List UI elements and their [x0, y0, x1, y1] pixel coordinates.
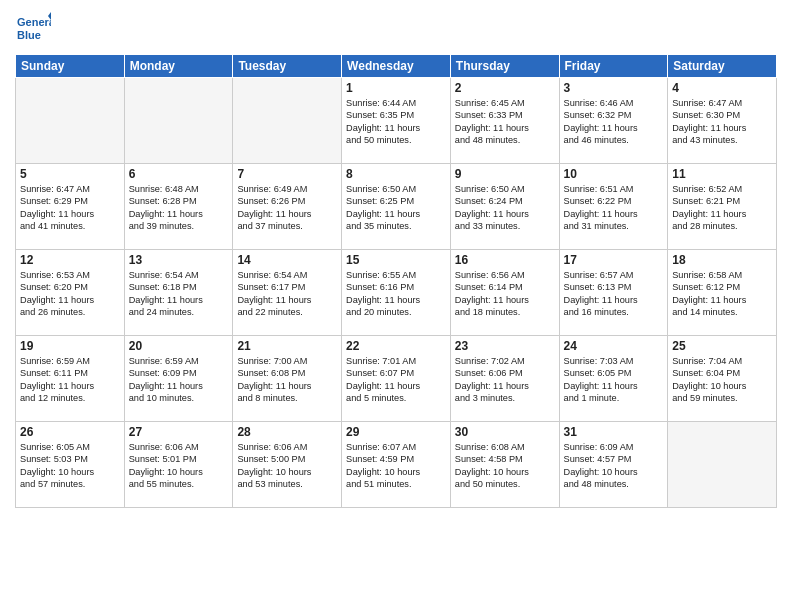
calendar-cell: 24Sunrise: 7:03 AM Sunset: 6:05 PM Dayli… — [559, 336, 668, 422]
logo: General Blue — [15, 10, 55, 46]
day-number: 18 — [672, 253, 772, 267]
calendar-cell: 1Sunrise: 6:44 AM Sunset: 6:35 PM Daylig… — [342, 78, 451, 164]
day-number: 26 — [20, 425, 120, 439]
day-number: 10 — [564, 167, 664, 181]
calendar-cell: 14Sunrise: 6:54 AM Sunset: 6:17 PM Dayli… — [233, 250, 342, 336]
day-info: Sunrise: 6:50 AM Sunset: 6:24 PM Dayligh… — [455, 183, 555, 233]
day-info: Sunrise: 6:05 AM Sunset: 5:03 PM Dayligh… — [20, 441, 120, 491]
calendar-cell: 31Sunrise: 6:09 AM Sunset: 4:57 PM Dayli… — [559, 422, 668, 508]
calendar-cell: 18Sunrise: 6:58 AM Sunset: 6:12 PM Dayli… — [668, 250, 777, 336]
day-info: Sunrise: 6:45 AM Sunset: 6:33 PM Dayligh… — [455, 97, 555, 147]
calendar-cell: 21Sunrise: 7:00 AM Sunset: 6:08 PM Dayli… — [233, 336, 342, 422]
calendar-cell: 12Sunrise: 6:53 AM Sunset: 6:20 PM Dayli… — [16, 250, 125, 336]
day-info: Sunrise: 6:44 AM Sunset: 6:35 PM Dayligh… — [346, 97, 446, 147]
day-info: Sunrise: 6:54 AM Sunset: 6:18 PM Dayligh… — [129, 269, 229, 319]
calendar-cell — [233, 78, 342, 164]
day-info: Sunrise: 6:46 AM Sunset: 6:32 PM Dayligh… — [564, 97, 664, 147]
day-number: 11 — [672, 167, 772, 181]
week-row-4: 26Sunrise: 6:05 AM Sunset: 5:03 PM Dayli… — [16, 422, 777, 508]
day-number: 23 — [455, 339, 555, 353]
calendar-cell: 30Sunrise: 6:08 AM Sunset: 4:58 PM Dayli… — [450, 422, 559, 508]
weekday-header-wednesday: Wednesday — [342, 55, 451, 78]
day-info: Sunrise: 6:06 AM Sunset: 5:00 PM Dayligh… — [237, 441, 337, 491]
calendar-cell: 8Sunrise: 6:50 AM Sunset: 6:25 PM Daylig… — [342, 164, 451, 250]
weekday-header-saturday: Saturday — [668, 55, 777, 78]
calendar-cell: 16Sunrise: 6:56 AM Sunset: 6:14 PM Dayli… — [450, 250, 559, 336]
day-info: Sunrise: 6:53 AM Sunset: 6:20 PM Dayligh… — [20, 269, 120, 319]
day-info: Sunrise: 7:01 AM Sunset: 6:07 PM Dayligh… — [346, 355, 446, 405]
day-number: 12 — [20, 253, 120, 267]
day-number: 19 — [20, 339, 120, 353]
day-number: 3 — [564, 81, 664, 95]
weekday-header-row: SundayMondayTuesdayWednesdayThursdayFrid… — [16, 55, 777, 78]
day-info: Sunrise: 7:04 AM Sunset: 6:04 PM Dayligh… — [672, 355, 772, 405]
calendar-cell: 28Sunrise: 6:06 AM Sunset: 5:00 PM Dayli… — [233, 422, 342, 508]
day-number: 14 — [237, 253, 337, 267]
calendar-cell: 25Sunrise: 7:04 AM Sunset: 6:04 PM Dayli… — [668, 336, 777, 422]
day-info: Sunrise: 6:49 AM Sunset: 6:26 PM Dayligh… — [237, 183, 337, 233]
week-row-1: 5Sunrise: 6:47 AM Sunset: 6:29 PM Daylig… — [16, 164, 777, 250]
calendar-cell: 26Sunrise: 6:05 AM Sunset: 5:03 PM Dayli… — [16, 422, 125, 508]
day-info: Sunrise: 6:08 AM Sunset: 4:58 PM Dayligh… — [455, 441, 555, 491]
calendar-cell: 23Sunrise: 7:02 AM Sunset: 6:06 PM Dayli… — [450, 336, 559, 422]
day-info: Sunrise: 6:48 AM Sunset: 6:28 PM Dayligh… — [129, 183, 229, 233]
day-info: Sunrise: 6:51 AM Sunset: 6:22 PM Dayligh… — [564, 183, 664, 233]
day-number: 17 — [564, 253, 664, 267]
calendar-cell: 5Sunrise: 6:47 AM Sunset: 6:29 PM Daylig… — [16, 164, 125, 250]
calendar-cell: 22Sunrise: 7:01 AM Sunset: 6:07 PM Dayli… — [342, 336, 451, 422]
calendar-cell: 6Sunrise: 6:48 AM Sunset: 6:28 PM Daylig… — [124, 164, 233, 250]
calendar-cell: 2Sunrise: 6:45 AM Sunset: 6:33 PM Daylig… — [450, 78, 559, 164]
day-info: Sunrise: 6:57 AM Sunset: 6:13 PM Dayligh… — [564, 269, 664, 319]
day-number: 2 — [455, 81, 555, 95]
calendar-cell — [124, 78, 233, 164]
weekday-header-tuesday: Tuesday — [233, 55, 342, 78]
day-number: 24 — [564, 339, 664, 353]
day-number: 5 — [20, 167, 120, 181]
logo-svg: General Blue — [15, 10, 51, 46]
calendar-cell: 10Sunrise: 6:51 AM Sunset: 6:22 PM Dayli… — [559, 164, 668, 250]
day-number: 15 — [346, 253, 446, 267]
calendar-cell: 4Sunrise: 6:47 AM Sunset: 6:30 PM Daylig… — [668, 78, 777, 164]
day-number: 21 — [237, 339, 337, 353]
day-number: 4 — [672, 81, 772, 95]
day-number: 7 — [237, 167, 337, 181]
calendar-cell: 7Sunrise: 6:49 AM Sunset: 6:26 PM Daylig… — [233, 164, 342, 250]
day-number: 8 — [346, 167, 446, 181]
calendar-cell: 17Sunrise: 6:57 AM Sunset: 6:13 PM Dayli… — [559, 250, 668, 336]
day-info: Sunrise: 6:47 AM Sunset: 6:29 PM Dayligh… — [20, 183, 120, 233]
day-number: 29 — [346, 425, 446, 439]
day-number: 22 — [346, 339, 446, 353]
day-info: Sunrise: 6:47 AM Sunset: 6:30 PM Dayligh… — [672, 97, 772, 147]
day-info: Sunrise: 6:59 AM Sunset: 6:09 PM Dayligh… — [129, 355, 229, 405]
day-number: 31 — [564, 425, 664, 439]
day-info: Sunrise: 7:00 AM Sunset: 6:08 PM Dayligh… — [237, 355, 337, 405]
weekday-header-monday: Monday — [124, 55, 233, 78]
calendar-cell: 20Sunrise: 6:59 AM Sunset: 6:09 PM Dayli… — [124, 336, 233, 422]
calendar-cell: 11Sunrise: 6:52 AM Sunset: 6:21 PM Dayli… — [668, 164, 777, 250]
calendar-cell: 13Sunrise: 6:54 AM Sunset: 6:18 PM Dayli… — [124, 250, 233, 336]
day-info: Sunrise: 6:06 AM Sunset: 5:01 PM Dayligh… — [129, 441, 229, 491]
day-info: Sunrise: 6:50 AM Sunset: 6:25 PM Dayligh… — [346, 183, 446, 233]
day-info: Sunrise: 6:56 AM Sunset: 6:14 PM Dayligh… — [455, 269, 555, 319]
day-info: Sunrise: 7:02 AM Sunset: 6:06 PM Dayligh… — [455, 355, 555, 405]
svg-text:General: General — [17, 16, 51, 28]
day-number: 13 — [129, 253, 229, 267]
week-row-3: 19Sunrise: 6:59 AM Sunset: 6:11 PM Dayli… — [16, 336, 777, 422]
day-number: 30 — [455, 425, 555, 439]
calendar-cell: 19Sunrise: 6:59 AM Sunset: 6:11 PM Dayli… — [16, 336, 125, 422]
calendar-cell: 9Sunrise: 6:50 AM Sunset: 6:24 PM Daylig… — [450, 164, 559, 250]
calendar-cell — [668, 422, 777, 508]
day-number: 25 — [672, 339, 772, 353]
day-info: Sunrise: 6:59 AM Sunset: 6:11 PM Dayligh… — [20, 355, 120, 405]
svg-text:Blue: Blue — [17, 29, 41, 41]
weekday-header-friday: Friday — [559, 55, 668, 78]
day-info: Sunrise: 7:03 AM Sunset: 6:05 PM Dayligh… — [564, 355, 664, 405]
calendar-cell: 15Sunrise: 6:55 AM Sunset: 6:16 PM Dayli… — [342, 250, 451, 336]
day-info: Sunrise: 6:09 AM Sunset: 4:57 PM Dayligh… — [564, 441, 664, 491]
day-number: 20 — [129, 339, 229, 353]
weekday-header-sunday: Sunday — [16, 55, 125, 78]
page: General Blue SundayMondayTuesdayWednesda… — [0, 0, 792, 612]
weekday-header-thursday: Thursday — [450, 55, 559, 78]
day-info: Sunrise: 6:52 AM Sunset: 6:21 PM Dayligh… — [672, 183, 772, 233]
week-row-2: 12Sunrise: 6:53 AM Sunset: 6:20 PM Dayli… — [16, 250, 777, 336]
